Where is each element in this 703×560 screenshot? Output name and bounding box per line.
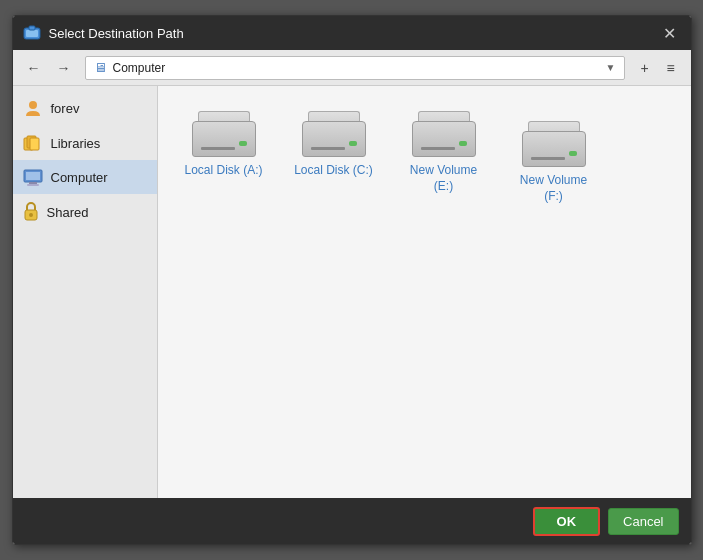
sidebar-item-shared[interactable]: Shared	[13, 194, 157, 230]
back-button[interactable]: ←	[21, 56, 47, 80]
title-bar-icon	[23, 24, 41, 42]
sidebar-label-libraries: Libraries	[51, 136, 101, 151]
toolbar: ← → 🖥 Computer ▼ + ≡	[13, 50, 691, 86]
drive-icon-c	[302, 111, 366, 157]
svg-point-12	[29, 213, 33, 217]
address-dropdown-arrow[interactable]: ▼	[606, 62, 616, 73]
drive-icon-a	[192, 111, 256, 157]
drive-item-c[interactable]: Local Disk (C:)	[284, 102, 384, 213]
forward-button[interactable]: →	[51, 56, 77, 80]
drive-item-e[interactable]: New Volume (E:)	[394, 102, 494, 213]
drive-label-e: New Volume (E:)	[403, 163, 485, 194]
sidebar-label-computer: Computer	[51, 170, 108, 185]
dialog: Select Destination Path ✕ ← → 🖥 Computer…	[12, 15, 692, 545]
drive-icon-e	[412, 111, 476, 157]
sidebar-label-forev: forev	[51, 101, 80, 116]
dialog-title: Select Destination Path	[49, 26, 659, 41]
sidebar-item-libraries[interactable]: Libraries	[13, 126, 157, 160]
sidebar-item-computer[interactable]: Computer	[13, 160, 157, 194]
svg-rect-6	[30, 138, 39, 150]
toolbar-right: + ≡	[633, 56, 683, 80]
ok-button[interactable]: OK	[533, 507, 601, 536]
sidebar-label-shared: Shared	[47, 205, 89, 220]
sidebar-item-forev[interactable]: forev	[13, 90, 157, 126]
view-button[interactable]: ≡	[659, 56, 683, 80]
sidebar: forev Libraries	[13, 86, 158, 498]
svg-rect-8	[26, 172, 40, 180]
svg-rect-2	[29, 26, 35, 30]
user-icon	[23, 98, 43, 118]
address-bar-text: Computer	[113, 61, 600, 75]
file-area: Local Disk (A:) Local Disk (C:)	[158, 86, 691, 498]
close-button[interactable]: ✕	[659, 22, 681, 44]
drive-item-a[interactable]: Local Disk (A:)	[174, 102, 274, 213]
svg-rect-1	[26, 30, 38, 37]
shared-icon	[23, 202, 39, 222]
address-bar: 🖥 Computer ▼	[85, 56, 625, 80]
drive-label-a: Local Disk (A:)	[184, 163, 262, 179]
drive-item-f[interactable]: New Volume (F:)	[504, 112, 604, 213]
svg-rect-9	[29, 182, 37, 184]
new-folder-button[interactable]: +	[633, 56, 657, 80]
drive-icon-f	[522, 121, 586, 167]
libraries-icon	[23, 134, 43, 152]
cancel-button[interactable]: Cancel	[608, 508, 678, 535]
svg-rect-10	[27, 184, 39, 186]
title-bar: Select Destination Path ✕	[13, 16, 691, 50]
svg-point-3	[29, 101, 37, 109]
drive-label-c: Local Disk (C:)	[294, 163, 373, 179]
computer-icon	[23, 168, 43, 186]
bottom-bar: OK Cancel	[13, 498, 691, 544]
content-area: forev Libraries	[13, 86, 691, 498]
drive-label-f: New Volume (F:)	[513, 173, 595, 204]
address-bar-icon: 🖥	[94, 60, 107, 75]
